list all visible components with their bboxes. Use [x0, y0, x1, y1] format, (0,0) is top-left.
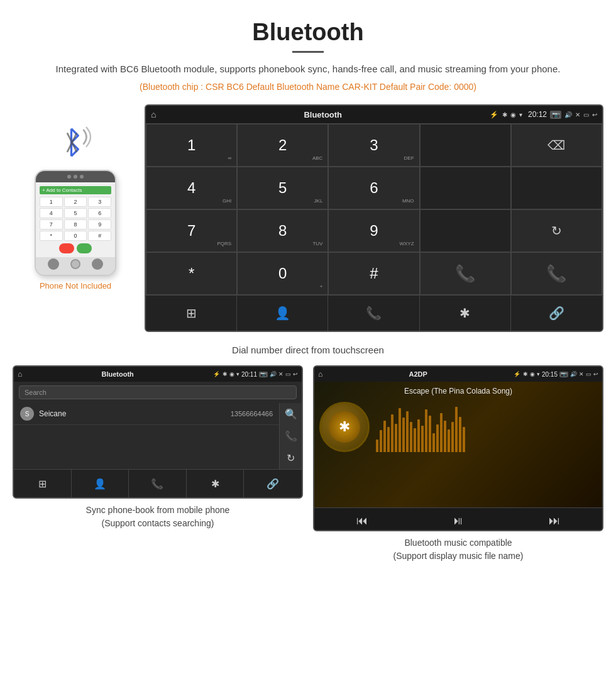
dial-key-star[interactable]: * [146, 252, 237, 295]
viz-bar [399, 408, 401, 452]
bottom-icon-phone[interactable]: 📞 [328, 296, 419, 331]
dial-key-7[interactable]: 7PQRS [146, 209, 237, 252]
viz-bar [463, 427, 465, 452]
phone-not-included-label: Phone Not Included [40, 281, 111, 290]
phone-illustration: + Add to Contacts 123 456 789 *0# Phon [13, 104, 138, 290]
music-content: Escape (The Pina Colada Song) ✱ [314, 382, 602, 507]
dial-key-6[interactable]: 6MNO [328, 167, 419, 209]
dial-key-2[interactable]: 2ABC [237, 124, 328, 167]
dial-refresh[interactable]: ↻ [511, 209, 602, 252]
page-description: Integrated with BC6 Bluetooth module, su… [38, 62, 578, 77]
music-time: 20:15 [542, 371, 558, 378]
pb-content: S Seicane 13566664466 🔍 📞 ↻ [14, 403, 302, 469]
viz-bar [380, 430, 382, 452]
pb-search-bar[interactable]: Search [19, 385, 297, 399]
play-pause-button[interactable]: ⏯ [453, 514, 464, 528]
phonebook-section: ⌂ Bluetooth ⚡ ✱◉▾ 20:11 📷 🔊✕▭↩ Search S [13, 365, 303, 563]
music-section: ⌂ A2DP ⚡ ✱◉▾ 20:15 📷 🔊✕▭↩ Escape (The Pi… [313, 365, 603, 563]
music-caption-line1: Bluetooth music compatible [393, 536, 524, 550]
prev-button[interactable]: ⏮ [356, 514, 368, 528]
phonebook-caption-line2: (Support contacts searching) [86, 517, 230, 530]
viz-bar [402, 418, 405, 452]
pb-status-icons: ✱◉▾ 20:11 📷 🔊✕▭↩ [223, 371, 298, 378]
dial-empty-2 [420, 167, 511, 209]
pb-bottom-link[interactable]: 🔗 [244, 470, 302, 497]
viz-bar [440, 413, 443, 452]
pb-search-icon[interactable]: 🔍 [285, 408, 297, 420]
dialpad-screen: ⌂ Bluetooth ⚡ ✱ ◉ ▾ 20:12 📷 🔊 ✕ ▭ ↩ 1∞ 2… [145, 104, 603, 332]
pb-statusbar: ⌂ Bluetooth ⚡ ✱◉▾ 20:11 📷 🔊✕▭↩ [14, 367, 302, 382]
viz-bar [391, 414, 393, 452]
viz-bar [448, 429, 450, 452]
viz-bar [395, 424, 397, 452]
close-icon[interactable]: ✕ [575, 111, 580, 118]
music-statusbar: ⌂ A2DP ⚡ ✱◉▾ 20:15 📷 🔊✕▭↩ [314, 367, 602, 382]
dial-empty-1 [420, 124, 511, 167]
phonebook-caption-line1: Sync phone-book from mobile phone [86, 504, 230, 517]
dialpad-keys: 1∞ 2ABC 3DEF ⌫ 4GHI 5JKL 6MNO 7PQRS 8TUV… [146, 123, 602, 295]
viz-bar [417, 419, 420, 452]
dial-key-hash[interactable]: # [328, 252, 419, 295]
dial-call-green[interactable]: 📞 [420, 252, 511, 295]
viz-bar [455, 407, 458, 452]
dial-key-0[interactable]: 0+ [237, 252, 328, 295]
dial-key-1[interactable]: 1∞ [146, 124, 237, 167]
dial-key-5[interactable]: 5JKL [237, 167, 328, 209]
page-title: Bluetooth [38, 19, 578, 46]
main-caption: Dial number direct from touchscreen [0, 338, 616, 365]
bottom-icon-bluetooth[interactable]: ✱ [420, 296, 511, 331]
bottom-section: ⌂ Bluetooth ⚡ ✱◉▾ 20:11 📷 🔊✕▭↩ Search S [0, 365, 616, 575]
bluetooth-icon-area [60, 123, 91, 163]
album-art: ✱ [319, 402, 370, 452]
back-icon[interactable]: ↩ [592, 111, 597, 118]
dial-key-9[interactable]: 9WXYZ [328, 209, 419, 252]
pb-contact-list: S Seicane 13566664466 [14, 403, 279, 469]
table-row[interactable]: S Seicane 13566664466 [14, 403, 279, 425]
dial-backspace[interactable]: ⌫ [511, 124, 602, 167]
pb-bottom-contacts[interactable]: 👤 [72, 470, 129, 497]
usb-icon: ⚡ [490, 111, 498, 119]
contact-number: 13566664466 [231, 410, 273, 418]
pb-call-icon[interactable]: 📞 [285, 430, 297, 442]
status-time: 20:12 [528, 110, 547, 119]
phonebook-screen: ⌂ Bluetooth ⚡ ✱◉▾ 20:11 📷 🔊✕▭↩ Search S [13, 365, 303, 499]
main-section: + Add to Contacts 123 456 789 *0# Phon [0, 104, 616, 338]
camera-status-icon: 📷 [550, 111, 561, 119]
pb-bottom-grid[interactable]: ⊞ [14, 470, 72, 497]
phone-mockup: + Add to Contacts 123 456 789 *0# [35, 170, 116, 276]
bottom-icon-contacts[interactable]: 👤 [237, 296, 328, 331]
pb-usb-icon: ⚡ [213, 371, 220, 377]
screen-title: Bluetooth [160, 110, 486, 119]
viz-bar [444, 421, 446, 452]
viz-bar [414, 428, 416, 452]
home-icon[interactable]: ⌂ [151, 109, 156, 119]
pb-home-icon[interactable]: ⌂ [18, 370, 22, 379]
viz-bar [387, 427, 390, 452]
contact-avatar: S [20, 407, 34, 421]
music-home-icon[interactable]: ⌂ [318, 370, 322, 379]
next-button[interactable]: ⏭ [549, 514, 560, 528]
pb-bottom-bt[interactable]: ✱ [187, 470, 245, 497]
viz-bar [410, 422, 412, 452]
pb-bottom-phone[interactable]: 📞 [129, 470, 187, 497]
bottom-icon-grid[interactable]: ⊞ [146, 296, 237, 331]
dial-key-4[interactable]: 4GHI [146, 167, 237, 209]
dial-key-8[interactable]: 8TUV [237, 209, 328, 252]
bottom-icon-link[interactable]: 🔗 [511, 296, 602, 331]
bluetooth-info: (Bluetooth chip : CSR BC6 Default Blueto… [38, 82, 578, 92]
dial-call-red[interactable]: 📞 [511, 252, 602, 295]
signal-icon: ▾ [519, 111, 522, 118]
dial-key-3[interactable]: 3DEF [328, 124, 419, 167]
song-title: Escape (The Pina Colada Song) [319, 387, 597, 396]
screen-statusbar: ⌂ Bluetooth ⚡ ✱ ◉ ▾ 20:12 📷 🔊 ✕ ▭ ↩ [146, 106, 602, 123]
viz-bar [451, 422, 454, 452]
bluetooth-logo-icon [60, 123, 91, 161]
pb-time: 20:11 [241, 371, 257, 378]
status-icons: ✱ ◉ ▾ 20:12 📷 🔊 ✕ ▭ ↩ [502, 110, 597, 119]
music-usb-icon: ⚡ [514, 371, 520, 377]
pb-refresh-icon[interactable]: ↻ [287, 452, 295, 464]
music-controls: ⏮ ⏯ ⏭ [314, 507, 602, 530]
viz-bar [432, 433, 435, 452]
music-visualizer [376, 402, 597, 452]
pb-side-icons: 🔍 📞 ↻ [279, 403, 302, 469]
